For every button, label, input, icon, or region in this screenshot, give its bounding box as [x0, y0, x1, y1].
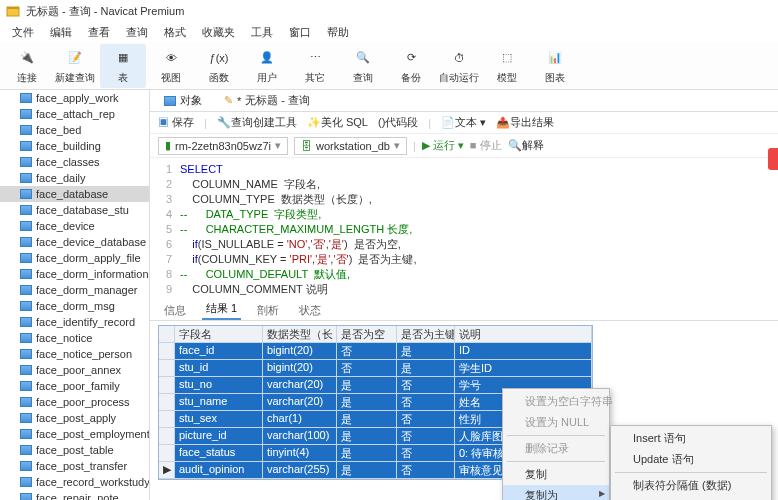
table-face_identify_record[interactable]: face_identify_record	[0, 314, 149, 330]
export-button[interactable]: 📤导出结果	[496, 115, 554, 130]
table-face_dorm_msg[interactable]: face_dorm_msg	[0, 298, 149, 314]
table-icon	[20, 493, 32, 500]
table-face_dorm_information[interactable]: face_dorm_information	[0, 266, 149, 282]
table-face_notice_person[interactable]: face_notice_person	[0, 346, 149, 362]
snippet-button[interactable]: ()代码段	[378, 115, 418, 130]
tab-result1[interactable]: 结果 1	[202, 299, 241, 320]
table-face_poor_family[interactable]: face_poor_family	[0, 378, 149, 394]
tb-newq[interactable]: 📝新建查询	[52, 44, 98, 88]
sidebar-tables[interactable]: face_apply_workface_attach_repface_bedfa…	[0, 90, 150, 500]
menu-查询[interactable]: 查询	[120, 23, 154, 42]
col-head-5[interactable]: 说明	[455, 326, 592, 343]
table-icon	[20, 93, 32, 103]
window-title: 无标题 - 查询 - Navicat Premium	[26, 4, 184, 19]
menu-文件[interactable]: 文件	[6, 23, 40, 42]
mi-set-null[interactable]: 设置为 NULL	[503, 412, 609, 433]
table-face_post_transfer[interactable]: face_post_transfer	[0, 458, 149, 474]
mi-update-stmt[interactable]: Update 语句	[611, 449, 771, 470]
tb-other[interactable]: ⋯其它	[292, 44, 338, 88]
menu-工具[interactable]: 工具	[245, 23, 279, 42]
table-face_repair_note[interactable]: face_repair_note	[0, 490, 149, 500]
table-row[interactable]: stu_idbigint(20)否是学生ID	[159, 360, 592, 377]
menu-编辑[interactable]: 编辑	[44, 23, 78, 42]
tb-conn[interactable]: 🔌连接	[4, 44, 50, 88]
table-icon	[20, 461, 32, 471]
tb-user[interactable]: 👤用户	[244, 44, 290, 88]
col-head-0[interactable]	[159, 326, 175, 343]
table-icon	[20, 413, 32, 423]
table-face_post_table[interactable]: face_post_table	[0, 442, 149, 458]
menu-窗口[interactable]: 窗口	[283, 23, 317, 42]
table-face_device_database[interactable]: face_device_database	[0, 234, 149, 250]
text-button[interactable]: 📄文本 ▾	[441, 115, 486, 130]
table-face_post_apply[interactable]: face_post_apply	[0, 410, 149, 426]
db-combo[interactable]: 🗄workstation_db▾	[294, 137, 407, 155]
table-icon	[20, 205, 32, 215]
mi-set-blank[interactable]: 设置为空白字符串	[503, 391, 609, 412]
beautify-button[interactable]: ✨美化 SQL	[307, 115, 368, 130]
tb-query[interactable]: 🔍查询	[340, 44, 386, 88]
mi-tsv-fields[interactable]: 制表符分隔值 (字段名)	[611, 496, 771, 500]
mi-insert-stmt[interactable]: Insert 语句	[611, 428, 771, 449]
table-icon	[20, 109, 32, 119]
col-head-3[interactable]: 是否为空	[337, 326, 397, 343]
tab-objects[interactable]: 对象	[156, 91, 210, 110]
context-menu[interactable]: 设置为空白字符串 设置为 NULL 删除记录 复制 复制为 粘贴 显示	[502, 388, 610, 500]
col-head-2[interactable]: 数据类型（长	[263, 326, 337, 343]
table-icon	[20, 141, 32, 151]
tb-chart[interactable]: 📊图表	[532, 44, 578, 88]
table-icon	[20, 477, 32, 487]
tb-func[interactable]: ƒ(x)函数	[196, 44, 242, 88]
tab-info[interactable]: 信息	[160, 301, 190, 320]
newq-icon: 📝	[64, 47, 86, 69]
table-face_building[interactable]: face_building	[0, 138, 149, 154]
tab-query[interactable]: ✎ *无标题 - 查询	[216, 91, 318, 110]
table-face_post_employment[interactable]: face_post_employment	[0, 426, 149, 442]
table-row[interactable]: face_idbigint(20)否是ID	[159, 343, 592, 360]
tb-backup[interactable]: ⟳备份	[388, 44, 434, 88]
table-face_apply_work[interactable]: face_apply_work	[0, 90, 149, 106]
explain-button[interactable]: 🔍解释	[508, 138, 544, 153]
save-button[interactable]: ▣ 保存	[158, 115, 194, 130]
tb-model[interactable]: ⬚模型	[484, 44, 530, 88]
table-face_poor_process[interactable]: face_poor_process	[0, 394, 149, 410]
table-face_bed[interactable]: face_bed	[0, 122, 149, 138]
tab-status[interactable]: 状态	[295, 301, 325, 320]
tb-auto[interactable]: ⏱自动运行	[436, 44, 482, 88]
menu-格式[interactable]: 格式	[158, 23, 192, 42]
builder-button[interactable]: 🔧查询创建工具	[217, 115, 297, 130]
tb-view[interactable]: 👁视图	[148, 44, 194, 88]
server-combo[interactable]: ▮rm-2zetn83n05wz7i▾	[158, 137, 288, 155]
run-button[interactable]: ▶ 运行 ▾	[422, 138, 464, 153]
mi-copy-as[interactable]: 复制为	[503, 485, 609, 500]
table-icon	[20, 301, 32, 311]
mi-tsv-data[interactable]: 制表符分隔值 (数据)	[611, 475, 771, 496]
table-face_attach_rep[interactable]: face_attach_rep	[0, 106, 149, 122]
menu-查看[interactable]: 查看	[82, 23, 116, 42]
table-face_poor_annex[interactable]: face_poor_annex	[0, 362, 149, 378]
table-face_dorm_apply_file[interactable]: face_dorm_apply_file	[0, 250, 149, 266]
table-face_record_workstudy[interactable]: face_record_workstudy	[0, 474, 149, 490]
table-face_notice[interactable]: face_notice	[0, 330, 149, 346]
table-face_device[interactable]: face_device	[0, 218, 149, 234]
table-face_classes[interactable]: face_classes	[0, 154, 149, 170]
menu-收藏夹[interactable]: 收藏夹	[196, 23, 241, 42]
table-face_daily[interactable]: face_daily	[0, 170, 149, 186]
menu-帮助[interactable]: 帮助	[321, 23, 355, 42]
pencil-icon: ✎	[224, 94, 233, 107]
table-icon	[20, 173, 32, 183]
table-icon	[20, 189, 32, 199]
table-face_database[interactable]: face_database	[0, 186, 149, 202]
table-face_database_stu[interactable]: face_database_stu	[0, 202, 149, 218]
col-head-4[interactable]: 是否为主键	[397, 326, 455, 343]
context-submenu[interactable]: Insert 语句 Update 语句 制表符分隔值 (数据) 制表符分隔值 (…	[610, 425, 772, 500]
connection-bar: ▮rm-2zetn83n05wz7i▾ 🗄workstation_db▾ | ▶…	[150, 134, 778, 158]
query-icon: 🔍	[352, 47, 374, 69]
col-head-1[interactable]: 字段名	[175, 326, 263, 343]
mi-copy[interactable]: 复制	[503, 464, 609, 485]
table-face_dorm_manager[interactable]: face_dorm_manager	[0, 282, 149, 298]
tab-profile[interactable]: 剖析	[253, 301, 283, 320]
mi-delete[interactable]: 删除记录	[503, 438, 609, 459]
tb-tbl[interactable]: ▦表	[100, 44, 146, 88]
sql-editor[interactable]: 1SELECT2 COLUMN_NAME 字段名,3 COLUMN_TYPE 数…	[150, 158, 778, 301]
